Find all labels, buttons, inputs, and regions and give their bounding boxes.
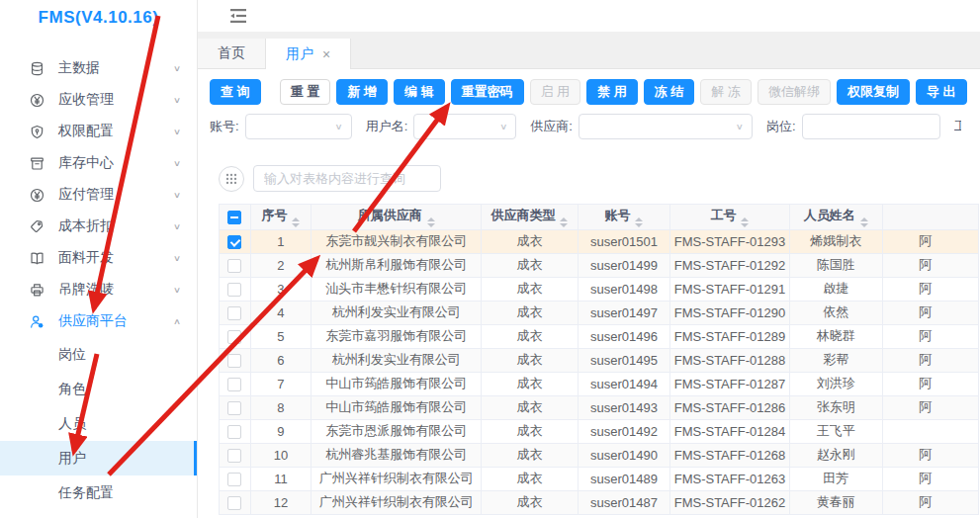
column-settings-icon[interactable] — [219, 166, 244, 192]
row-checkbox[interactable] — [227, 473, 241, 486]
row-checkbox[interactable] — [227, 496, 241, 510]
cell-extra-clipped: 阿 — [883, 348, 979, 372]
table-row[interactable]: 10杭州睿兆基服饰有限公司成衣suser01490FMS-STAFF-01268… — [220, 443, 979, 467]
sidebar-item-cost-discount[interactable]: 成本折扣∨ — [0, 211, 197, 242]
table-toolbar — [219, 165, 980, 192]
disable-button[interactable]: 禁 用 — [586, 79, 638, 105]
sidebar-item-master-data[interactable]: 主数据∨ — [0, 52, 197, 84]
cell-account: suser01501 — [578, 229, 669, 253]
sort-icon[interactable] — [560, 217, 568, 227]
row-select-cell — [220, 229, 250, 253]
sidebar-item-label: 供应商平台 — [58, 312, 173, 330]
table-row[interactable]: 6杭州利发实业有限公司成衣suser01495FMS-STAFF-01288彩帮… — [220, 348, 979, 372]
row-checkbox[interactable] — [227, 449, 241, 463]
query-button[interactable]: 查 询 — [210, 79, 261, 105]
sidebar-item-receivables[interactable]: 应收管理∨ — [0, 84, 197, 116]
sidebar-item-supplier-platform[interactable]: 供应商平台∧ — [0, 305, 197, 337]
sidebar-item-label: 应付管理 — [58, 186, 173, 204]
sort-icon[interactable] — [741, 217, 749, 227]
reset-button[interactable]: 重 置 — [280, 79, 331, 105]
column-header-staff-id[interactable]: 工号 — [670, 205, 789, 229]
row-checkbox[interactable] — [227, 425, 241, 439]
sort-icon[interactable] — [292, 217, 300, 227]
sidebar-item-payables[interactable]: 应付管理∨ — [0, 179, 197, 211]
chevron-up-icon: ∧ — [173, 316, 181, 326]
table-row[interactable]: 1东莞市靓兴制衣有限公司成衣suser01501FMS-STAFF-01293烯… — [220, 229, 979, 253]
cell-supplier: 广州兴祥针织制衣有限公司 — [312, 467, 482, 490]
row-checkbox[interactable] — [227, 354, 241, 368]
table-row[interactable]: 4杭州利发实业有限公司成衣suser01497FMS-STAFF-01290依然… — [220, 301, 979, 324]
sidebar-subitem-post[interactable]: 岗位 — [0, 337, 197, 372]
select-all-checkbox[interactable] — [227, 211, 241, 224]
table-row[interactable]: 7中山市筠皓服饰有限公司成衣suser01494FMS-STAFF-01287刘… — [220, 372, 979, 395]
sort-icon[interactable] — [635, 217, 643, 227]
export-button[interactable]: 导 出 — [916, 79, 967, 105]
table-row[interactable]: 2杭州斯帛利服饰有限公司成衣suser01499FMS-STAFF-01292陈… — [220, 253, 979, 277]
tab-home[interactable]: 首页 — [198, 39, 266, 68]
filter-bar: 账号:∨用户名:∨供应商:∨岗位:工 — [198, 105, 980, 139]
sidebar-subitem-role[interactable]: 角色 — [0, 372, 197, 406]
sidebar-item-permissions[interactable]: 权限配置∨ — [0, 116, 197, 147]
table-search-input[interactable] — [253, 165, 441, 192]
row-checkbox[interactable] — [227, 235, 241, 249]
tab-label: 首页 — [218, 44, 245, 62]
edit-button[interactable]: 编 辑 — [394, 79, 445, 105]
sidebar-item-fabric-dev[interactable]: 面料开发∨ — [0, 242, 197, 274]
copy-permission-button[interactable]: 权限复制 — [837, 79, 910, 105]
cell-account: suser01494 — [578, 372, 669, 395]
post-filter-input[interactable] — [802, 114, 940, 139]
cell-staff_id: FMS-STAFF-01263 — [670, 467, 789, 490]
sidebar-subitem-user[interactable]: 用户 — [0, 441, 197, 475]
sidebar: FMS(V4.10.16) 主数据∨应收管理∨权限配置∨库存中心∨应付管理∨成本… — [0, 0, 198, 518]
tab-bar: 首页用户× — [198, 33, 980, 69]
cell-no: 3 — [250, 277, 311, 301]
username-filter-select[interactable]: ∨ — [413, 114, 516, 139]
chevron-down-icon: ∨ — [173, 95, 181, 105]
table-row[interactable]: 3汕头市丰懋针织有限公司成衣suser01498FMS-STAFF-01291啟… — [220, 277, 979, 301]
main-area: 首页用户× 查 询重 置新 增编 辑重置密码启 用禁 用冻 结解 冻微信解绑权限… — [198, 0, 980, 518]
cell-account: suser01487 — [578, 490, 669, 514]
table-row[interactable]: 12广州兴祥针织制衣有限公司成衣suser01487FMS-STAFF-0126… — [220, 490, 979, 514]
row-select-cell — [220, 253, 250, 277]
add-button[interactable]: 新 增 — [336, 79, 388, 105]
table-row[interactable]: 9东莞市恩派服饰有限公司成衣suser01492FMS-STAFF-01284王… — [220, 419, 979, 443]
row-checkbox[interactable] — [227, 259, 241, 273]
column-header-index[interactable]: 序号 — [250, 205, 311, 229]
cell-no: 11 — [250, 467, 311, 490]
column-header-account[interactable]: 账号 — [578, 205, 669, 229]
select-all-header[interactable] — [220, 205, 250, 229]
chevron-down-icon: ∨ — [173, 253, 181, 263]
tab-users[interactable]: 用户× — [266, 39, 351, 69]
table-row[interactable]: 8中山市筠皓服饰有限公司成衣suser01493FMS-STAFF-01286张… — [220, 395, 979, 419]
supplier-filter: 供应商:∨ — [530, 114, 753, 139]
table-row[interactable]: 5东莞市嘉羽服饰有限公司成衣suser01496FMS-STAFF-01289林… — [220, 324, 979, 348]
row-checkbox[interactable] — [227, 330, 241, 344]
cell-supplier: 东莞市嘉羽服饰有限公司 — [312, 324, 482, 348]
supplier-filter-select[interactable]: ∨ — [579, 114, 753, 139]
sort-icon[interactable] — [860, 217, 868, 227]
column-header-supplier[interactable]: 所属供应商 — [312, 205, 482, 229]
sort-icon[interactable] — [427, 217, 435, 227]
sidebar-subitem-personnel[interactable]: 人员 — [0, 406, 197, 441]
row-checkbox[interactable] — [227, 378, 241, 391]
reset-password-button[interactable]: 重置密码 — [451, 79, 524, 105]
post-filter: 岗位: — [766, 114, 940, 139]
close-icon[interactable]: × — [322, 47, 330, 61]
row-checkbox[interactable] — [227, 401, 241, 415]
column-header-supplier-type[interactable]: 供应商类型 — [482, 205, 579, 229]
cell-type: 成衣 — [482, 490, 579, 514]
sidebar-item-hangtag-label[interactable]: 吊牌洗唛∨ — [0, 274, 197, 305]
table-row[interactable]: 11广州兴祥针织制衣有限公司成衣suser01489FMS-STAFF-0126… — [220, 467, 979, 490]
account-filter-select[interactable]: ∨ — [245, 114, 352, 139]
freeze-button[interactable]: 冻 结 — [644, 79, 695, 105]
cell-account: suser01493 — [578, 395, 669, 419]
sidebar-item-inventory-center[interactable]: 库存中心∨ — [0, 147, 197, 179]
row-checkbox[interactable] — [227, 283, 241, 297]
menu-fold-icon[interactable] — [228, 6, 248, 26]
column-header-staff-name[interactable]: 人员姓名 — [789, 205, 882, 229]
sidebar-subitem-task-config[interactable]: 任务配置 — [0, 475, 197, 510]
cell-no: 2 — [250, 253, 311, 277]
row-checkbox[interactable] — [227, 306, 241, 320]
cell-extra-clipped: 阿 — [883, 395, 979, 419]
sidebar-menu: 主数据∨应收管理∨权限配置∨库存中心∨应付管理∨成本折扣∨面料开发∨吊牌洗唛∨供… — [0, 35, 197, 510]
